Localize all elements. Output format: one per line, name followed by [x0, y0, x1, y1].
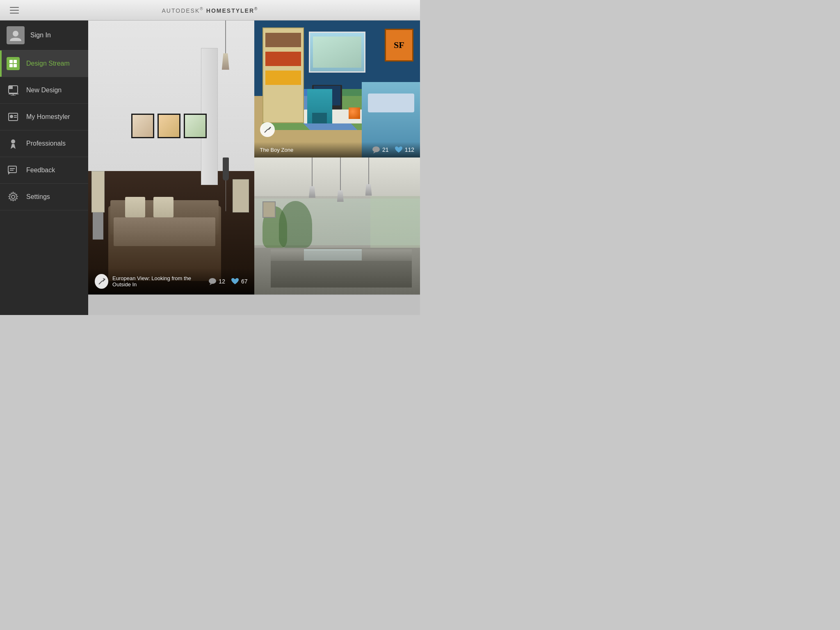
professionals-label: Professionals [26, 140, 66, 147]
left-card-stats: 12 67 [208, 278, 247, 285]
sidebar-item-settings[interactable]: Settings [0, 184, 88, 210]
side-chair-left [91, 171, 105, 240]
right-top-card-overlay: The Boy Zone 21 [254, 142, 420, 158]
sidebar-item-feedback[interactable]: Feedback [0, 157, 88, 184]
avatar [7, 26, 25, 44]
right-top-card-stats: 21 112 [372, 146, 414, 153]
svg-point-11 [10, 115, 13, 118]
svg-rect-6 [9, 86, 13, 89]
right-top-card[interactable]: SF [254, 21, 420, 158]
design-stream-label: Design Stream [26, 60, 70, 67]
magic-wand-button[interactable] [95, 274, 108, 289]
art-frames [131, 114, 207, 138]
heart-icon [231, 278, 239, 285]
hamburger-line [10, 13, 19, 14]
bed [108, 166, 221, 281]
svg-point-14 [11, 139, 15, 144]
basketball [349, 107, 360, 119]
bottom-area [88, 294, 420, 315]
wall-art [262, 201, 276, 218]
left-card-title: European View: Looking from the Outside … [112, 275, 208, 288]
sign-in-area[interactable]: Sign In [0, 21, 88, 50]
app-title: AUTODESK® HOMESTYLER® [162, 7, 258, 14]
comment-icon [208, 278, 217, 285]
main-content: Sign In Design Stream [0, 21, 420, 315]
lamp-1 [309, 158, 315, 198]
new-design-icon [7, 84, 20, 97]
top-bar: AUTODESK® HOMESTYLER® [0, 0, 420, 21]
sidebar-item-new-design[interactable]: New Design [0, 77, 88, 104]
right-top-wand-area [260, 122, 275, 137]
side-table [221, 158, 231, 234]
pendant-lamp [222, 21, 229, 70]
right-top-like-stat: 112 [395, 146, 414, 153]
lamp-3 [365, 158, 372, 196]
magic-wand-button-top[interactable] [260, 122, 275, 137]
sidebar: Sign In Design Stream [0, 21, 88, 315]
left-card[interactable]: European View: Looking from the Outside … [88, 21, 254, 294]
svg-line-25 [265, 129, 268, 132]
bedroom-scene [88, 21, 254, 294]
svg-point-0 [13, 31, 18, 37]
glass-table [304, 249, 362, 260]
svg-rect-3 [9, 64, 13, 67]
design-stream-icon [7, 57, 20, 70]
design-grid: European View: Looking from the Outside … [88, 21, 420, 294]
sidebar-item-design-stream[interactable]: Design Stream [0, 50, 88, 77]
sidebar-item-my-homestyler[interactable]: My Homestyler [0, 104, 88, 130]
my-homestyler-label: My Homestyler [26, 113, 70, 121]
right-bottom-card[interactable] [254, 158, 420, 294]
left-card-overlay: European View: Looking from the Outside … [88, 268, 254, 294]
right-top-comment-stat: 21 [372, 146, 389, 153]
hamburger-line [10, 10, 19, 11]
settings-icon [7, 190, 20, 203]
sf-poster: SF [385, 29, 413, 62]
card-info-left: European View: Looking from the Outside … [95, 274, 208, 289]
svg-line-19 [99, 281, 102, 284]
svg-rect-4 [14, 64, 17, 67]
desk-chair [307, 89, 332, 123]
new-design-label: New Design [26, 87, 62, 94]
right-top-card-title: The Boy Zone [260, 147, 294, 153]
sign-in-label: Sign In [30, 32, 51, 39]
right-top-like-count: 112 [405, 146, 414, 153]
my-homestyler-icon [7, 110, 20, 123]
svg-point-18 [11, 195, 15, 199]
svg-rect-15 [8, 166, 16, 173]
heart-icon [395, 146, 403, 153]
window [309, 32, 365, 73]
comment-icon [372, 146, 380, 153]
svg-rect-2 [14, 60, 17, 63]
side-chairs-right [233, 179, 249, 240]
wand-icon [98, 278, 105, 285]
wand-icon [264, 126, 271, 133]
menu-button[interactable] [7, 4, 22, 17]
bookshelf [262, 27, 304, 123]
sidebar-item-professionals[interactable]: Professionals [0, 130, 88, 157]
feedback-icon [7, 164, 20, 177]
svg-rect-1 [9, 60, 13, 63]
living-scene [254, 158, 420, 294]
boys-room-scene: SF [254, 21, 420, 158]
lamp-2 [337, 158, 344, 202]
left-like-count: 67 [241, 278, 248, 285]
right-top-comment-count: 21 [382, 146, 389, 153]
left-comment-count: 12 [219, 278, 225, 285]
svg-point-26 [372, 146, 380, 152]
feedback-label: Feedback [26, 167, 55, 174]
left-like-stat: 67 [231, 278, 248, 285]
left-comment-stat: 12 [208, 278, 225, 285]
professionals-icon [7, 137, 20, 150]
user-icon [10, 30, 21, 41]
right-area: European View: Looking from the Outside … [88, 21, 420, 315]
hamburger-line [10, 7, 19, 8]
svg-point-23 [209, 278, 216, 284]
settings-label: Settings [26, 193, 50, 201]
